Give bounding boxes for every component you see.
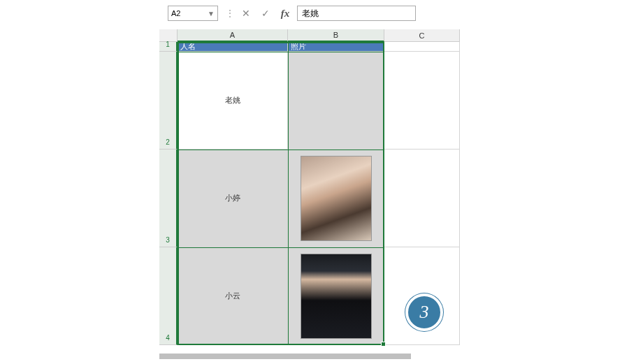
photo-image — [301, 254, 372, 339]
cell-a1[interactable]: 人名 — [178, 42, 288, 52]
row-header-2[interactable]: 2 — [159, 52, 178, 150]
cell-c2[interactable] — [384, 52, 460, 150]
column-header-b[interactable]: B — [288, 29, 384, 42]
formula-bar: A2 ▼ ⋮ ✕ ✓ fx 老姚 — [168, 6, 416, 21]
header-photo: 照片 — [291, 41, 306, 52]
column-header-c[interactable]: C — [384, 29, 460, 42]
confirm-button[interactable]: ✓ — [258, 6, 273, 21]
step-number: 3 — [420, 302, 429, 323]
formula-value: 老姚 — [302, 8, 319, 20]
column-headers: A B C — [159, 29, 467, 42]
name-value: 小云 — [225, 291, 240, 301]
cell-a3[interactable]: 小婷 — [178, 150, 288, 247]
fx-icon: fx — [281, 8, 290, 20]
col-b-label: B — [333, 31, 338, 39]
name-value: 小婷 — [225, 193, 240, 203]
cancel-button[interactable]: ✕ — [238, 6, 254, 21]
row-header-4[interactable]: 4 — [159, 247, 178, 345]
cell-c3[interactable] — [384, 150, 460, 247]
insert-function-button[interactable]: fx — [277, 6, 293, 21]
dropdown-icon[interactable]: ▼ — [208, 10, 215, 17]
photo-image — [301, 156, 372, 241]
row-header-1[interactable]: 1 — [159, 42, 178, 52]
step-badge: 3 — [405, 293, 443, 331]
divider-icon: ⋮ — [225, 8, 234, 19]
table-row: 2 老姚 — [159, 52, 467, 150]
name-box[interactable]: A2 ▼ — [168, 6, 218, 21]
cell-a4[interactable]: 小云 — [178, 247, 288, 345]
cell-c1[interactable] — [384, 42, 460, 52]
cell-b1[interactable]: 照片 — [288, 42, 384, 52]
row-2-label: 2 — [166, 138, 170, 146]
table-row: 1 人名 照片 — [159, 42, 467, 52]
header-name: 人名 — [180, 41, 196, 52]
col-a-label: A — [230, 31, 235, 39]
cell-b2[interactable] — [288, 52, 384, 150]
row-3-label: 3 — [166, 236, 170, 244]
col-c-label: C — [419, 31, 425, 40]
table-row: 3 小婷 — [159, 150, 467, 247]
column-header-a[interactable]: A — [178, 29, 288, 42]
name-value: 老姚 — [225, 95, 240, 105]
cell-a2[interactable]: 老姚 — [178, 52, 288, 150]
row-1-label: 1 — [166, 41, 170, 48]
name-box-value: A2 — [171, 9, 180, 17]
cell-b3[interactable] — [288, 150, 384, 247]
row-4-label: 4 — [166, 334, 170, 342]
check-icon: ✓ — [261, 8, 270, 19]
row-header-3[interactable]: 3 — [159, 150, 178, 247]
cancel-icon: ✕ — [242, 8, 250, 19]
formula-input[interactable]: 老姚 — [297, 6, 416, 21]
cell-b4[interactable] — [288, 247, 384, 345]
bottom-edge — [159, 354, 411, 359]
